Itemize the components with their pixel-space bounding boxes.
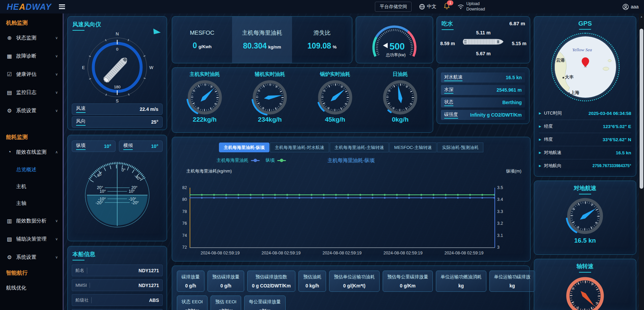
sidebar-item-status-monitoring[interactable]: ⊕ 状态监测 ∨ xyxy=(0,29,63,47)
port-label-lianyungang: 云港 xyxy=(556,57,565,63)
triangle-right-icon: ▶ xyxy=(539,125,541,128)
triangle-right-icon: ▶ xyxy=(539,112,541,115)
wind-speed-direction-panel: 风速风向仪 N E W S 0 180 风速 22.4 m/s xyxy=(67,16,167,130)
tab-mesfoc-shaft-speed[interactable]: MESFOC-主轴转速 xyxy=(389,143,437,152)
sidebar-subitem-overview[interactable]: 总览概述 xyxy=(0,161,63,178)
row-value: 2025-03-04 06:34:58 xyxy=(588,111,631,116)
sidebar-subitem-main-shaft[interactable]: 主轴 xyxy=(0,195,63,212)
mesfoc-strip-panel: MESFOC 0 g/Kwh 主机每海里油耗 80.304 kg/nm 滑失比 … xyxy=(172,16,352,63)
tab-fuel-trim[interactable]: 主机每海里油耗-纵顷 xyxy=(219,143,269,152)
compass-0-label: 0 xyxy=(116,47,119,51)
sidebar-section-engine-room: 机舱监测 xyxy=(0,13,63,29)
sidebar-item-fault-diagnosis[interactable]: ▦ 故障诊断 ∨ xyxy=(0,47,63,65)
sog-row: ▶ 对地航速 16.5 kn xyxy=(539,146,631,159)
ship-side-view-icon xyxy=(461,37,505,46)
dashboard-root: HEADWAY 平台存储空间 中文 1 UploadDownload aaa 机… xyxy=(0,0,644,310)
gauge-dial xyxy=(185,78,225,117)
chip-label: 每公里碳排放量 xyxy=(249,299,281,305)
right-axis-ticks: 3.5 3.4 3.3 3.2 3.1 3 xyxy=(497,185,511,250)
row-label: 船名 xyxy=(75,268,87,274)
ship-info-panel: 本船信息 船名 NDY1271 MMSI NDY1271 船级社 ABS 船籍港… xyxy=(67,246,167,310)
tab-fuel-water-speed[interactable]: 主机每海里油耗-对水航速 xyxy=(270,143,329,152)
chevron-down-icon: ∨ xyxy=(55,72,58,76)
legend-item-fuel[interactable]: 主机每海里油耗 xyxy=(217,157,260,163)
tab-actual-predicted-fuel[interactable]: 实际油耗-预测油耗 xyxy=(437,143,483,152)
metric-label: 主机每海里油耗 xyxy=(242,29,282,37)
legend-item-trim[interactable]: 纵顷 xyxy=(266,157,286,163)
sidebar-item-route-optimization[interactable]: 航线优化 xyxy=(0,279,63,297)
log-file-icon: ▤ xyxy=(6,89,13,96)
gps-rows: ▶ UTC时间 2025-03-04 06:34:58 ▶ 经度 123°6'5… xyxy=(534,107,636,172)
logo-text: HE xyxy=(7,2,19,11)
sidebar-item-health-evaluation[interactable]: ☑ 健康评估 ∨ xyxy=(0,65,63,83)
sidebar-item-decision-support[interactable]: ▧ 辅助决策管理 ∨ xyxy=(0,230,63,248)
left-axis-ticks: 82 80 78 76 74 72 xyxy=(172,185,187,250)
scroll-up-icon[interactable]: ▲ xyxy=(639,13,644,18)
platform-storage-button[interactable]: 平台存储空间 xyxy=(375,2,412,12)
chip-value: 0 g/h xyxy=(220,283,231,288)
sidebar-item-label: 状态监测 xyxy=(16,35,36,41)
sidebar-item-system-settings-2[interactable]: ⚙ 系统设置 ∨ xyxy=(0,248,63,266)
water-depth-row: 水深 2545.961 m xyxy=(441,85,525,95)
row-label: 船级社 xyxy=(75,297,92,303)
power-value: 500 xyxy=(389,41,405,52)
tick-label: 3.2 xyxy=(497,221,503,226)
row-label: MMSI xyxy=(75,283,90,288)
row-value: 2545.961 m xyxy=(496,87,522,93)
port-label-dafeng: 大丰 xyxy=(565,74,574,80)
row-value: NDY1271 xyxy=(138,268,159,273)
notifications-button[interactable]: 1 xyxy=(444,3,450,11)
document-icon: ▧ xyxy=(6,236,13,242)
chip-label: 预估油耗 xyxy=(303,274,321,280)
sidebar-item-monitor-logs[interactable]: ▤ 监控日志 ∨ xyxy=(0,83,63,101)
title-underline xyxy=(579,29,591,30)
gauge-title: 锅炉实时油耗 xyxy=(320,71,350,78)
metric-unit: % xyxy=(333,44,337,50)
est-fuel-chip: 预估油耗0 kg/h xyxy=(298,271,326,292)
tab-fuel-shaft-speed[interactable]: 主机每海里油耗-主轴转速 xyxy=(330,143,389,152)
monitor-icon: ◔ xyxy=(6,149,13,155)
user-menu[interactable]: aaa xyxy=(622,0,639,13)
sidebar-item-energy-data-analysis[interactable]: ▥ 能效数据分析 ∨ xyxy=(0,212,63,230)
gps-map[interactable]: Yellow Sea 云港 大丰 京 上海 xyxy=(551,33,620,101)
x-tick-label: 2024-08-08 02:59:19 xyxy=(444,251,483,255)
sidebar-item-system-settings[interactable]: ⚙ 系统设置 ∨ xyxy=(0,101,63,120)
gauge-value: 222kg/h xyxy=(193,116,217,123)
page-scrollbar[interactable]: ▲ xyxy=(639,13,644,310)
gauge-needle xyxy=(396,85,403,103)
gauge-value: 0kg/h xyxy=(392,116,409,123)
boiler-fuel-gauge: 锅炉实时油耗 45kg/h xyxy=(302,68,368,132)
city-dot xyxy=(562,77,564,79)
latitude-row: ▶ 纬度 33°6'52.62" N xyxy=(539,133,631,146)
headway-logo: HEADWAY xyxy=(7,2,52,12)
sidebar-item-label: 故障诊断 xyxy=(16,53,36,59)
row-value: ABS xyxy=(149,298,159,303)
sidebar-subitem-main-engine[interactable]: 主机 xyxy=(0,178,63,195)
menu-collapse-icon[interactable] xyxy=(59,4,65,9)
legend-marker-blue xyxy=(251,160,260,161)
x-tick-label: 2024-08-08 02:59:19 xyxy=(200,251,239,255)
chip-label: 预估碳排放量 xyxy=(212,274,239,280)
sidebar-item-energy-online-monitoring[interactable]: ◔ 能效在线监测 ∧ xyxy=(0,143,63,161)
chevron-down-icon: ∨ xyxy=(55,108,58,113)
slip-ratio-cell: 滑失比 109.08 % xyxy=(292,17,352,63)
upload-download-button[interactable]: UploadDownload xyxy=(457,1,485,12)
gauge-title: 主机实时油耗 xyxy=(190,71,220,78)
row-value: 33°6'52.62" N xyxy=(603,137,631,142)
utc-time-row: ▶ UTC时间 2025-03-04 06:34:58 xyxy=(539,107,631,120)
draft-fore-value: 5.11 m xyxy=(437,30,530,35)
fuel-gauges-panel: 主机实时油耗 222kg/h 辅机实时油耗 234kg/h 锅炉实时油耗 xyxy=(172,67,433,133)
gauge-needle xyxy=(579,207,597,221)
scrollbar-thumb[interactable] xyxy=(640,29,643,189)
compass-e-label: E xyxy=(82,65,85,70)
total-power-gauge-panel: 500 总功率(kw) xyxy=(356,16,433,63)
gauge-value: 45kg/h xyxy=(325,116,345,123)
sidebar-section-smart-navigation: 智能航行 xyxy=(0,266,63,279)
triangle-right-icon: ▶ xyxy=(539,164,541,167)
language-selector[interactable]: 中文 xyxy=(419,4,436,10)
mmsi-row: MMSI NDY1271 xyxy=(72,279,163,291)
tick-label: 72 xyxy=(182,245,187,250)
gauge-dial xyxy=(315,78,355,117)
voyage-info-panel: 对水航速 16.5 kn 水深 2545.961 m 状态 Berthing 碳… xyxy=(437,67,529,124)
notification-badge: 1 xyxy=(447,0,453,5)
